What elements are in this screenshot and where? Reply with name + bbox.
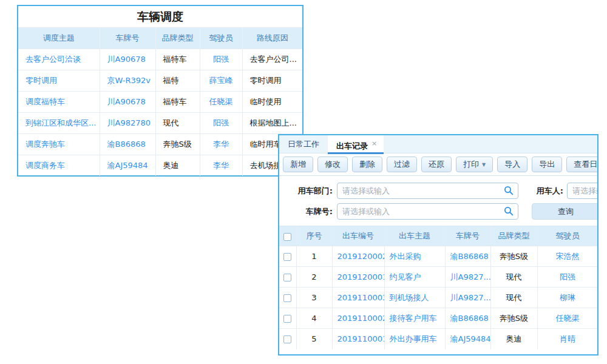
- driver-link[interactable]: 任晓渠: [537, 308, 598, 329]
- brand-cell: 奔驰S级: [155, 133, 200, 155]
- brand-cell: 奔驰S级: [490, 246, 537, 267]
- select-all-cell: [279, 226, 296, 246]
- dispatch-subject-link[interactable]: 到锦江区和成华区...: [18, 112, 100, 133]
- tab-daily-work[interactable]: 日常工作: [279, 135, 328, 153]
- table-row: 1 2019120002 外出采购 渝B86868 奔驰S级 宋浩然: [279, 246, 598, 267]
- department-input[interactable]: [337, 183, 518, 199]
- dispatch-subject-link[interactable]: 零时调用: [18, 70, 100, 91]
- dispatch-subject-link[interactable]: 调度福特车: [18, 91, 100, 112]
- brand-cell: 福特: [155, 70, 200, 91]
- toolbar-button[interactable]: 还原: [421, 157, 452, 172]
- plate-number-link[interactable]: 川A90678: [100, 49, 155, 70]
- table-row: 零时调用 京W-R392v 福特 薛宝峰 零时调用: [18, 70, 302, 91]
- table-row: 3 2019110003 到机场接人 川A9827... 现代 柳琳: [279, 288, 598, 308]
- trip-code-link[interactable]: 2019120001: [332, 267, 384, 288]
- plate-number-link[interactable]: 川A982780: [100, 112, 155, 133]
- user-label: 用车人:: [516, 183, 563, 199]
- route-reason-cell: 临时使用: [242, 91, 302, 112]
- driver-link[interactable]: 李华: [200, 155, 242, 176]
- plate-number-link[interactable]: 京W-R392v: [100, 70, 155, 91]
- brand-cell: 奥迪: [155, 155, 200, 176]
- trip-records-panel: 日常工作 出车记录× 新增 修改 删除 过滤 还原 打印▼ 导入 导出: [278, 134, 599, 356]
- plate-number-link[interactable]: 渝B86868: [445, 246, 490, 267]
- plate-number-link[interactable]: 渝AJ59484: [100, 155, 155, 176]
- table-row: 2 2019120001 约见客户 川A9827... 现代 阳强: [279, 267, 598, 288]
- panel-title: 车辆调度: [18, 6, 302, 28]
- row-checkbox-cell: [279, 308, 296, 329]
- row-checkbox[interactable]: [283, 274, 291, 281]
- column-header: 品牌类型: [155, 28, 200, 49]
- records-header-row: 序号出车编号出车主题车牌号品牌类型驾驶员: [279, 226, 598, 246]
- brand-cell: 现代: [155, 112, 200, 133]
- toolbar-button-label: 过滤: [394, 159, 410, 170]
- row-checkbox[interactable]: [283, 253, 291, 261]
- driver-link[interactable]: 阳强: [200, 112, 242, 133]
- driver-link[interactable]: 李华: [200, 133, 242, 155]
- toolbar-button[interactable]: 导出: [532, 157, 562, 172]
- plate-number-link[interactable]: 川A90678: [100, 91, 155, 112]
- index-cell: 3: [296, 288, 332, 308]
- trip-subject-link[interactable]: 到机场接人: [384, 288, 445, 308]
- column-header: 路线原因: [242, 28, 302, 49]
- trip-code-link[interactable]: 2019120002: [332, 246, 384, 267]
- plate-number-link[interactable]: 川A9827...: [445, 288, 490, 308]
- toolbar-button[interactable]: 修改: [317, 157, 348, 172]
- toolbar-button[interactable]: 新增: [283, 157, 313, 172]
- index-cell: 4: [296, 308, 332, 329]
- index-cell: 2: [296, 267, 332, 288]
- caret-down-icon: ▼: [482, 162, 486, 167]
- search-icon[interactable]: [504, 206, 514, 216]
- route-reason-cell: 零时调用: [242, 70, 302, 91]
- search-icon[interactable]: [504, 186, 514, 195]
- trip-subject-link[interactable]: 约见客户: [384, 267, 445, 288]
- tab-label: 日常工作: [288, 140, 319, 149]
- row-checkbox[interactable]: [283, 315, 291, 323]
- trip-subject-link[interactable]: 外出采购: [384, 246, 445, 267]
- driver-link[interactable]: 宋浩然: [537, 246, 598, 267]
- driver-link[interactable]: 任晓渠: [200, 91, 242, 112]
- toolbar-button-label: 新增: [290, 159, 306, 170]
- select-all-checkbox[interactable]: [283, 233, 291, 241]
- tab-label: 出车记录: [336, 141, 368, 150]
- vehicle-dispatch-panel: 车辆调度 调度主题车牌号品牌类型驾驶员路线原因 去客户公司洽谈 川A90678 …: [17, 5, 304, 177]
- trip-subject-link[interactable]: 外出办事用车: [384, 329, 445, 349]
- trip-code-link[interactable]: 2019110001: [332, 329, 384, 349]
- trip-code-link[interactable]: 2019110002: [332, 308, 384, 329]
- plate-number-link[interactable]: 渝B86868: [100, 133, 155, 155]
- column-header: 出车编号: [332, 226, 384, 246]
- dispatch-subject-link[interactable]: 去客户公司洽谈: [18, 49, 100, 70]
- plate-number-link[interactable]: 川A9827...: [445, 267, 490, 288]
- table-row: 到锦江区和成华区... 川A982780 现代 阳强 根据地图上...: [18, 112, 302, 133]
- toolbar-button[interactable]: 删除: [352, 157, 382, 172]
- plate-number-link[interactable]: 渝B86868: [445, 308, 490, 329]
- driver-link[interactable]: 肖晴: [537, 329, 598, 349]
- driver-link[interactable]: 薛宝峰: [200, 70, 242, 91]
- brand-cell: 福特车: [155, 49, 200, 70]
- driver-link[interactable]: 柳琳: [537, 288, 598, 308]
- tab-trip-records[interactable]: 出车记录×: [328, 135, 384, 154]
- user-input[interactable]: [567, 183, 599, 199]
- table-row: 调度福特车 川A90678 福特车 任晓渠 临时使用: [18, 91, 302, 112]
- query-button[interactable]: 查询: [532, 203, 599, 220]
- toolbar-button[interactable]: 打印▼: [456, 157, 493, 172]
- row-checkbox[interactable]: [283, 335, 291, 343]
- dispatch-subject-link[interactable]: 调度商务车: [18, 155, 100, 176]
- toolbar-button[interactable]: 导入: [497, 157, 527, 172]
- column-header: 车牌号: [445, 226, 490, 246]
- driver-link[interactable]: 阳强: [200, 49, 242, 70]
- row-checkbox[interactable]: [283, 294, 291, 302]
- toolbar-button[interactable]: 过滤: [387, 157, 417, 172]
- toolbar-button[interactable]: 查看日志: [566, 157, 599, 172]
- index-cell: 1: [296, 246, 332, 267]
- toolbar: 新增 修改 删除 过滤 还原 打印▼ 导入 导出 查看日志: [279, 153, 597, 176]
- row-checkbox-cell: [279, 246, 296, 267]
- trip-code-link[interactable]: 2019110003: [332, 288, 384, 308]
- plate-input[interactable]: [337, 203, 518, 220]
- brand-cell: 现代: [490, 267, 537, 288]
- close-icon[interactable]: ×: [371, 140, 377, 147]
- plate-number-link[interactable]: 渝AJ59484: [445, 329, 490, 349]
- screen: 车辆调度 调度主题车牌号品牌类型驾驶员路线原因 去客户公司洽谈 川A90678 …: [0, 0, 607, 364]
- trip-subject-link[interactable]: 接待客户用车: [384, 308, 445, 329]
- dispatch-subject-link[interactable]: 调度奔驰车: [18, 133, 100, 155]
- driver-link[interactable]: 阳强: [537, 267, 598, 288]
